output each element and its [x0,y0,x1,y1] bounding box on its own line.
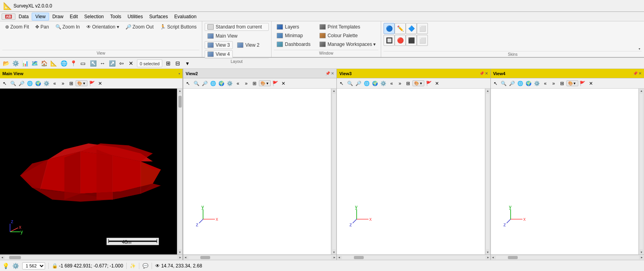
v4-gear-btn[interactable]: ⚙️ [533,80,541,87]
v4-right-btn[interactable]: » [550,80,558,87]
v2-zoomin-btn[interactable]: 🔍 [192,80,200,87]
menu-selection[interactable]: Selection [81,13,107,20]
v4-left-btn[interactable]: « [541,80,549,87]
v4-x-btn[interactable]: ✕ [587,80,595,87]
v3-x-btn[interactable]: ✕ [433,80,441,87]
v4-select-btn[interactable]: ↖ [492,80,500,87]
view2-button[interactable]: View 2 [234,41,262,49]
view4-vscroll[interactable]: ▲ ▼ [638,89,644,254]
standard-from-current-button[interactable]: Standard from current [205,23,269,31]
view3-hscroll[interactable]: ◄ ► [337,254,490,260]
pin-button[interactable]: 📍 [69,59,78,68]
v3-grid-btn[interactable]: ⊞ [404,80,412,87]
measure-button[interactable]: 📐 [49,59,58,68]
v2-grid-btn[interactable]: ⊞ [251,80,258,87]
mv-color-dropdown[interactable]: 🎨 ▾ [76,80,87,86]
mv-grid-btn[interactable]: ⊞ [67,80,75,87]
view4-pin[interactable]: 📌 [633,71,638,76]
view3-close[interactable]: ✕ [485,71,488,76]
mv-globe2-btn[interactable]: 🌍 [34,80,42,87]
mv-globe1-btn[interactable]: 🌐 [26,80,34,87]
pan-button[interactable]: ✥ Pan [32,23,51,31]
minimap-button[interactable]: Minimap [274,32,313,40]
orientation-button[interactable]: 👁 Orientation ▾ [84,23,122,31]
skin-btn-3[interactable]: 🔷 [406,23,417,34]
manage-workspaces-button[interactable]: Manage Workspaces ▾ [317,40,379,48]
view4-content[interactable]: x y z [491,89,638,254]
view4-hscroll[interactable]: ◄ ► [491,254,644,260]
count-dropdown[interactable]: 1 562 [22,262,45,269]
home-button[interactable]: 🏠 [40,59,48,68]
v4-grid-btn[interactable]: ⊞ [558,80,566,87]
view3-vscroll[interactable]: ▲ ▼ [485,89,490,254]
skin-btn-4[interactable]: ⬜ [417,23,428,34]
v2-select-btn[interactable]: ↖ [184,80,192,87]
skin-btn-8[interactable]: ⬜ [417,35,428,46]
layers-tb-button[interactable]: 📊 [21,59,29,68]
main-view-vscroll[interactable]: ▲ ▼ [177,89,182,254]
skin-btn-5[interactable]: 🔲 [384,35,395,46]
v2-x-btn[interactable]: ✕ [279,80,287,87]
v3-zoomout-btn[interactable]: 🔎 [354,80,362,87]
print-templates-button[interactable]: Print Templates [317,23,379,31]
vscroll-up-arrow[interactable]: ▲ [178,89,182,93]
status-gear[interactable]: ⚙️ [12,263,19,269]
view3-pin[interactable]: 📌 [479,71,484,76]
main-view-content[interactable]: x y z 40m [0,89,177,254]
map-button[interactable]: 🗺️ [30,59,39,68]
v4-zoomin-btn[interactable]: 🔍 [500,80,508,87]
v3-left-btn[interactable]: « [388,80,395,87]
mv-select-btn[interactable]: ↖ [1,80,9,87]
menu-data[interactable]: Data [15,13,32,20]
v2-right-btn[interactable]: » [242,80,250,87]
view2-pin[interactable]: 📌 [325,71,330,76]
arrow-left-button[interactable]: ⇦ [117,59,126,68]
v2-color-dropdown[interactable]: 🎨 ▾ [259,80,271,86]
vscroll-down-arrow[interactable]: ▼ [178,250,182,254]
view4-close[interactable]: ✕ [638,71,642,76]
v3-gear-btn[interactable]: ⚙️ [379,80,387,87]
rotate-button[interactable]: ↗️ [108,59,116,68]
skins-scroll-down[interactable]: ▼ [637,47,642,51]
dashboards-button[interactable]: Dashboards [274,40,313,48]
v2-globe1-btn[interactable]: 🌐 [209,80,217,87]
v3-zoomin-btn[interactable]: 🔍 [346,80,354,87]
v4-zoomout-btn[interactable]: 🔎 [508,80,516,87]
v3-flag-btn[interactable]: 🚩 [425,80,433,87]
skin-btn-6[interactable]: 🔴 [395,35,406,46]
v2-zoomout-btn[interactable]: 🔎 [201,80,209,87]
v4-color-dropdown[interactable]: 🎨 ▾ [566,80,578,86]
v3-right-btn[interactable]: » [396,80,404,87]
zoom-fit-button[interactable]: ⊕ Zoom Fit [2,23,32,31]
v3-color-dropdown[interactable]: 🎨 ▾ [412,80,424,86]
mv-zoomout-btn[interactable]: 🔎 [17,80,25,87]
v2-flag-btn[interactable]: 🚩 [271,80,279,87]
menu-surfaces[interactable]: Surfaces [146,13,171,20]
menu-view[interactable]: View [32,13,49,21]
skin-btn-2[interactable]: ✏️ [395,23,406,34]
view2-close[interactable]: ✕ [331,71,334,76]
v4-flag-btn[interactable]: 🚩 [579,80,587,87]
main-view-button[interactable]: Main View [205,32,269,40]
move-button[interactable]: ↔️ [98,59,107,68]
skin-btn-1[interactable]: 🔵 [384,23,395,34]
view2-vscroll[interactable]: ▲ ▼ [331,89,336,254]
mv-zoomin-btn[interactable]: 🔍 [9,80,17,87]
v2-left-btn[interactable]: « [234,80,242,87]
menu-tools[interactable]: Tools [107,13,124,20]
menu-evaluation[interactable]: Evaluation [171,13,199,20]
mv-x-btn[interactable]: ✕ [96,80,104,87]
v2-globe2-btn[interactable]: 🌍 [217,80,225,87]
main-view-hscroll[interactable]: ◄ ► [0,254,182,260]
menu-draw[interactable]: Draw [49,13,66,20]
v3-globe2-btn[interactable]: 🌍 [371,80,379,87]
skin-btn-7[interactable]: ⬛ [406,35,417,46]
mv-right-btn[interactable]: » [59,80,67,87]
globe-button[interactable]: 🌐 [59,59,68,68]
rect-button[interactable]: ▭ [78,59,87,68]
hscroll-left-arrow[interactable]: ◄ [0,255,4,260]
dropdown-button[interactable]: ▾ [183,59,192,68]
hscroll-right-arrow[interactable]: ► [178,255,182,260]
zoom-out-button[interactable]: 🔎 Zoom Out [123,23,156,31]
v2-gear-btn[interactable]: ⚙️ [226,80,234,87]
